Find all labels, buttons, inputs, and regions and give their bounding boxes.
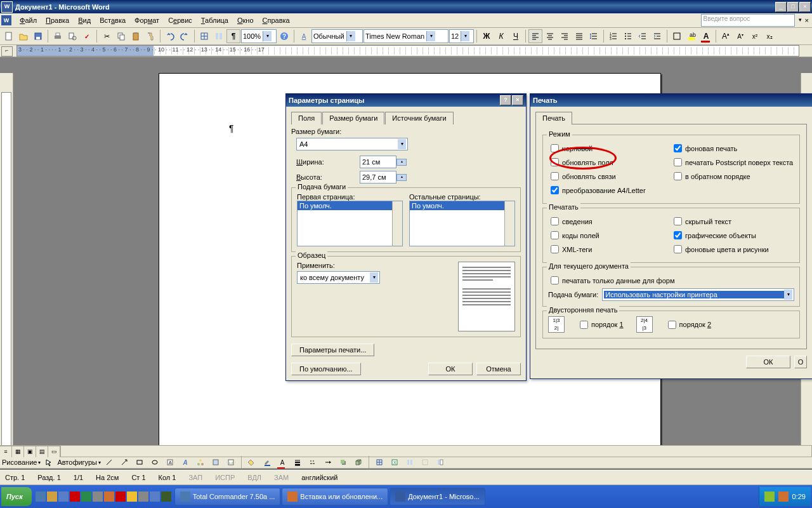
ql-icon-5[interactable] — [81, 491, 91, 502]
reverse-checkbox[interactable] — [674, 172, 682, 180]
update-fields-checkbox[interactable] — [551, 158, 559, 166]
menu-help[interactable]: Справка — [258, 15, 294, 26]
ql-icon-9[interactable] — [127, 491, 137, 502]
task-item-2[interactable]: Вставка или обновлени... — [282, 488, 388, 505]
justify-button[interactable] — [572, 29, 586, 43]
grow-font-button[interactable]: A▴ — [719, 29, 733, 43]
page-setup-close-button[interactable]: × — [512, 95, 523, 105]
text-color-button[interactable]: A — [275, 455, 289, 469]
line-color-button[interactable] — [260, 455, 274, 469]
columns2-button[interactable] — [403, 455, 417, 469]
default-button[interactable]: По умолчанию... — [291, 363, 361, 375]
feed-combo[interactable]: Использовать настройки принтера▾ — [602, 288, 794, 301]
ql-icon-12[interactable] — [161, 491, 171, 502]
menu-tools[interactable]: Сервис — [164, 15, 197, 26]
a4letter-checkbox[interactable] — [551, 186, 559, 194]
oval-button[interactable] — [148, 455, 162, 469]
underline-button[interactable]: Ч — [509, 29, 523, 43]
menu-table[interactable]: Таблица — [197, 15, 233, 26]
menu-view[interactable]: Вид — [74, 15, 95, 26]
copy-button[interactable] — [114, 29, 128, 43]
ok-button[interactable]: ОК — [428, 363, 473, 375]
columns-button[interactable] — [212, 29, 226, 43]
page-setup-titlebar[interactable]: Параметры страницы ? × — [286, 94, 526, 107]
print-ok-button[interactable]: ОК — [746, 356, 790, 368]
other-pages-list[interactable]: По умолч. — [409, 201, 515, 246]
width-input[interactable]: 21 см — [360, 156, 396, 168]
ql-icon-1[interactable] — [36, 491, 46, 502]
print-partial-button[interactable]: О — [794, 356, 807, 368]
tables-borders-button[interactable] — [197, 29, 211, 43]
show-grid-button[interactable] — [418, 455, 432, 469]
save-button[interactable] — [31, 29, 45, 43]
order2-checkbox[interactable] — [668, 321, 676, 329]
tab-selector[interactable]: ⌐ — [1, 46, 13, 57]
first-page-list[interactable]: По умолч. — [297, 201, 403, 246]
print-options-button[interactable]: Параметры печати... — [291, 344, 374, 356]
line-button[interactable] — [102, 455, 116, 469]
print-options-titlebar[interactable]: Печать — [530, 94, 812, 107]
redo-button[interactable] — [178, 29, 192, 43]
subscript-button[interactable]: x₂ — [763, 29, 776, 43]
xml-checkbox[interactable] — [551, 245, 559, 253]
3d-button[interactable] — [351, 455, 365, 469]
task-item-1[interactable]: Total Commander 7.50a ... — [174, 488, 281, 505]
height-input[interactable]: 29,7 см — [360, 171, 396, 184]
bold-button[interactable]: Ж — [480, 29, 494, 43]
tab-print[interactable]: Печать — [535, 112, 572, 124]
ql-icon-2[interactable] — [47, 491, 57, 502]
order1-checkbox[interactable] — [580, 321, 588, 329]
postscript-checkbox[interactable] — [674, 158, 682, 166]
shadow-button[interactable] — [336, 455, 350, 469]
graphics-checkbox[interactable] — [674, 231, 682, 239]
excel-button[interactable]: X — [388, 455, 402, 469]
indent-button[interactable] — [650, 29, 664, 43]
restore-button[interactable]: □ — [787, 2, 799, 12]
spellcheck-button[interactable]: ✓ — [80, 29, 94, 43]
page-setup-help-button[interactable]: ? — [500, 95, 511, 105]
height-up[interactable]: ▴ — [396, 174, 407, 181]
ql-icon-6[interactable] — [93, 491, 103, 502]
ask-question-input[interactable]: Введите вопрос — [701, 14, 795, 27]
tray-icon-1[interactable] — [764, 491, 775, 502]
view-print-button[interactable]: ▣ — [24, 446, 36, 457]
new-doc-button[interactable] — [2, 29, 16, 43]
ql-icon-8[interactable] — [115, 491, 126, 502]
align-right-button[interactable] — [558, 29, 572, 43]
undo-button[interactable] — [163, 29, 177, 43]
zoom-combo[interactable]: 100%▾ — [241, 29, 277, 43]
fontsize-combo[interactable]: 12▾ — [449, 29, 474, 43]
select-objects-button[interactable] — [42, 455, 56, 469]
cut-button[interactable]: ✂ — [100, 29, 114, 43]
ql-icon-7[interactable] — [104, 491, 114, 502]
menubar-dropdown-icon[interactable]: ▾ — [799, 17, 802, 24]
show-paragraph-button[interactable]: ¶ — [226, 29, 240, 43]
align-left-button[interactable] — [528, 29, 542, 43]
tab-paper[interactable]: Размер бумаги — [322, 112, 384, 124]
horizontal-ruler[interactable]: ⌐ 3 · · 2 · · 1 · · · · 1 · · 2 · · 3 · … — [0, 45, 812, 57]
tray-icon-2[interactable] — [778, 491, 789, 502]
close-button[interactable]: × — [799, 2, 811, 12]
bgcolors-checkbox[interactable] — [674, 245, 682, 253]
shrink-font-button[interactable]: A▾ — [733, 29, 747, 43]
bullets-button[interactable] — [621, 29, 635, 43]
menu-window[interactable]: Окно — [233, 15, 258, 26]
doc-map-button[interactable] — [433, 455, 447, 469]
font-combo[interactable]: Times New Roman▾ — [363, 29, 449, 43]
picture-button[interactable] — [224, 455, 238, 469]
textbox-button[interactable]: A — [163, 455, 177, 469]
update-links-checkbox[interactable] — [551, 172, 559, 180]
tab-source[interactable]: Источник бумаги — [385, 112, 453, 124]
apply-combo[interactable]: ко всему документу▾ — [297, 271, 380, 284]
outdent-button[interactable] — [636, 29, 650, 43]
menu-format[interactable]: Формат — [130, 15, 164, 26]
vertical-ruler[interactable] — [0, 73, 13, 446]
linespacing-button[interactable] — [587, 29, 601, 43]
numbering-button[interactable]: 123 — [606, 29, 620, 43]
ql-icon-10[interactable] — [138, 491, 148, 502]
borders-button[interactable] — [670, 29, 684, 43]
superscript-button[interactable]: x² — [748, 29, 762, 43]
hidden-checkbox[interactable] — [674, 217, 682, 225]
align-center-button[interactable] — [543, 29, 557, 43]
clipart-button[interactable] — [209, 455, 223, 469]
